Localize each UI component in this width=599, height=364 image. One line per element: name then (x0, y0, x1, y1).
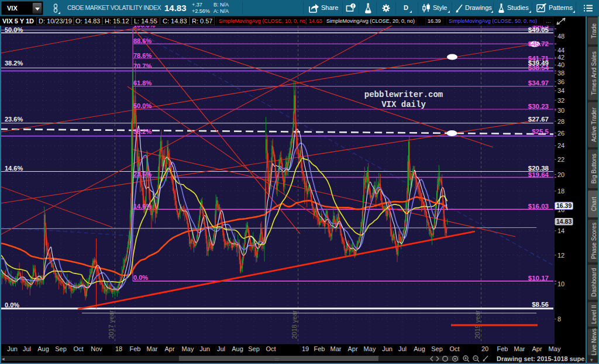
svg-text:Mar: Mar (147, 345, 158, 352)
svg-text:16.39: 16.39 (556, 202, 572, 209)
svg-text:10: 10 (557, 280, 564, 287)
svg-text:May: May (364, 345, 376, 352)
svg-text:40: 40 (557, 61, 564, 68)
svg-text:$16.03: $16.03 (528, 203, 549, 210)
svg-text:78.6%: 78.6% (133, 52, 152, 59)
svg-text:23.6%: 23.6% (133, 171, 152, 178)
svg-text:VIX daily: VIX daily (381, 100, 426, 109)
svg-text:26: 26 (557, 130, 564, 137)
svg-text:Apr: Apr (164, 345, 174, 352)
svg-text::::: ::: (275, 356, 279, 362)
svg-text:Sep: Sep (431, 345, 443, 352)
svg-text:18: 18 (115, 345, 122, 352)
svg-text:38.2%: 38.2% (133, 128, 152, 135)
svg-text:Feb: Feb (314, 345, 325, 352)
svg-text:pebblewriter.com: pebblewriter.com (364, 90, 443, 99)
svg-text:22: 22 (557, 156, 564, 163)
svg-text:Drawing set: 2015-1018 supe…: Drawing set: 2015-1018 supe… (497, 355, 591, 362)
svg-text:50.0%: 50.0% (133, 102, 152, 109)
svg-text:Aug: Aug (414, 345, 425, 352)
svg-text:23.6%: 23.6% (5, 116, 23, 123)
svg-text:2018 year: 2018 year (291, 310, 298, 339)
svg-text:$27.67: $27.67 (528, 116, 549, 123)
svg-text:14.83: 14.83 (556, 218, 572, 225)
svg-text:14.6%: 14.6% (5, 165, 23, 172)
svg-text:14.6%: 14.6% (133, 203, 152, 210)
svg-text:Feb: Feb (497, 345, 508, 352)
svg-text:48: 48 (557, 33, 564, 40)
svg-text:$34.97: $34.97 (528, 79, 549, 86)
svg-text:May: May (549, 345, 561, 352)
svg-text:Aug: Aug (37, 345, 49, 352)
svg-text:Jul: Jul (217, 345, 225, 352)
svg-text:61.8%: 61.8% (133, 79, 152, 86)
svg-text:$49.05: $49.05 (528, 26, 549, 33)
svg-text:36: 36 (557, 78, 564, 85)
svg-text:0.0%: 0.0% (5, 301, 19, 308)
svg-text:Sep: Sep (55, 345, 67, 352)
svg-text:Jul: Jul (398, 345, 407, 352)
svg-text:Sep: Sep (248, 345, 260, 352)
svg-text:Jun: Jun (382, 345, 393, 352)
svg-text:20: 20 (481, 345, 488, 352)
svg-text:$8.56: $8.56 (532, 301, 549, 308)
svg-text:$38.54: $38.54 (528, 64, 549, 71)
svg-text:Nov: Nov (91, 345, 102, 352)
svg-text:Mar: Mar (331, 345, 342, 352)
svg-text:Feb: Feb (130, 345, 141, 352)
svg-text:Apr: Apr (347, 345, 357, 352)
svg-text:14: 14 (557, 227, 564, 234)
svg-text:Jul: Jul (23, 345, 31, 352)
svg-text:$10.17: $10.17 (528, 275, 549, 282)
svg-text:24: 24 (557, 142, 564, 149)
svg-text:70.7%: 70.7% (133, 63, 152, 70)
svg-text:$19.64: $19.64 (528, 171, 549, 178)
svg-text:$45.72: $45.72 (528, 40, 549, 47)
svg-text:0.0%: 0.0% (133, 274, 148, 281)
svg-text:44: 44 (557, 47, 564, 54)
svg-text:Oct: Oct (73, 345, 83, 352)
svg-text:Jun: Jun (7, 345, 18, 352)
svg-text:42: 42 (557, 54, 564, 61)
svg-text:Oct: Oct (266, 345, 276, 352)
svg-text:12: 12 (557, 252, 564, 259)
svg-text:$30.23: $30.23 (528, 103, 549, 110)
svg-text:2017 year: 2017 year (108, 310, 115, 339)
svg-text:Apr: Apr (532, 345, 542, 352)
svg-text:34: 34 (557, 87, 564, 94)
svg-text:20: 20 (557, 171, 564, 178)
svg-text:May: May (182, 345, 194, 352)
svg-text:Jun: Jun (199, 345, 210, 352)
svg-text:8: 8 (557, 316, 561, 323)
svg-text:50.0%: 50.0% (5, 26, 23, 33)
svg-text:18: 18 (557, 188, 564, 195)
svg-text:28: 28 (557, 118, 564, 125)
svg-text:Aug: Aug (232, 345, 243, 352)
svg-text:Mar: Mar (514, 345, 525, 352)
svg-text:32: 32 (557, 97, 564, 104)
svg-text:Oct: Oct (449, 345, 459, 352)
svg-text:$25.5: $25.5 (532, 128, 549, 135)
svg-text:19: 19 (302, 345, 309, 352)
svg-text:30: 30 (557, 107, 564, 114)
svg-text:◂: ◂ (2, 356, 5, 362)
svg-text:88.6%: 88.6% (133, 37, 152, 44)
svg-text:38.2%: 38.2% (5, 60, 23, 67)
svg-text:38: 38 (557, 70, 564, 77)
